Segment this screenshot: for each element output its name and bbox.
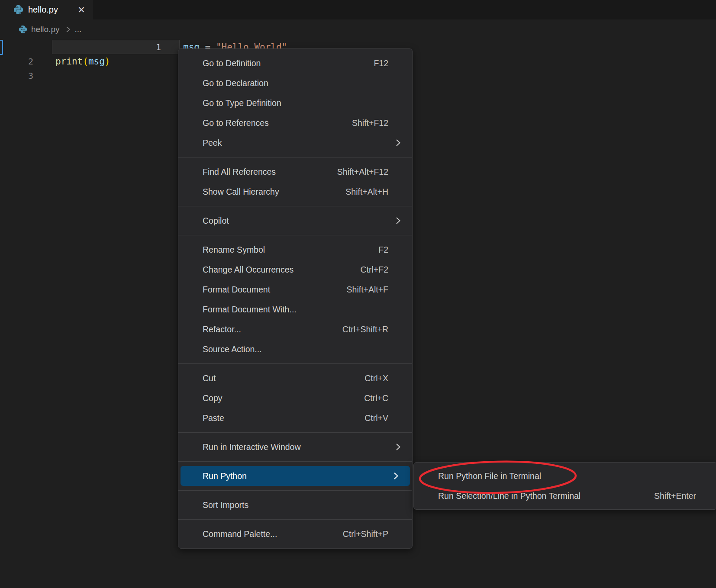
menu-item-run-selection-line-in-python-terminal[interactable]: Run Selection/Line in Python TerminalShi… (414, 486, 716, 506)
tab-bar: hello.py ✕ (0, 0, 716, 19)
menu-item-run-python-file-in-terminal[interactable]: Run Python File in Terminal (414, 466, 716, 486)
tab-title: hello.py (28, 5, 76, 15)
menu-item-label: Go to References (203, 118, 352, 128)
menu-item-label: Format Document With... (203, 305, 388, 315)
menu-item-keybinding: Shift+Enter (654, 491, 696, 501)
menu-separator (178, 519, 412, 520)
menu-item-refactor[interactable]: Refactor...Ctrl+Shift+R (178, 319, 412, 339)
menu-item-keybinding: Shift+Alt+F (347, 285, 388, 295)
submenu-arrow-icon (395, 216, 401, 225)
menu-item-label: Show Call Hierarchy (203, 187, 345, 197)
breadcrumb[interactable]: hello.py ... (0, 19, 716, 39)
menu-separator (178, 206, 412, 206)
menu-item-keybinding: Ctrl+X (364, 373, 388, 383)
menu-item-keybinding: Ctrl+Shift+R (342, 325, 388, 334)
menu-item-label: Run Python File in Terminal (438, 471, 696, 481)
menu-item-label: Run Python (203, 471, 388, 481)
menu-item-keybinding: Shift+Alt+H (345, 187, 388, 197)
menu-separator (178, 432, 412, 433)
menu-item-find-all-references[interactable]: Find All ReferencesShift+Alt+F12 (178, 162, 412, 182)
menu-item-label: Cut (203, 373, 364, 383)
menu-separator (178, 461, 412, 462)
token-function: print (55, 56, 83, 67)
menu-item-keybinding: Ctrl+V (364, 413, 388, 423)
menu-item-go-to-definition[interactable]: Go to DefinitionF12 (178, 53, 412, 73)
menu-item-label: Copy (203, 393, 364, 403)
breadcrumb-symbol[interactable]: ... (75, 25, 82, 34)
breadcrumb-file[interactable]: hello.py (31, 25, 60, 34)
menu-item-change-all-occurrences[interactable]: Change All OccurrencesCtrl+F2 (178, 260, 412, 280)
menu-item-format-document[interactable]: Format DocumentShift+Alt+F (178, 280, 412, 299)
run-python-submenu: Run Python File in TerminalRun Selection… (413, 462, 716, 510)
menu-item-label: Refactor... (203, 325, 342, 334)
menu-item-keybinding: Ctrl+F2 (361, 265, 388, 275)
menu-item-keybinding: F12 (374, 58, 388, 68)
menu-item-label: Copilot (203, 216, 388, 226)
menu-item-run-python[interactable]: Run Python (181, 466, 410, 486)
python-file-icon (19, 26, 27, 33)
menu-item-label: Go to Type Definition (203, 98, 388, 108)
menu-item-label: Format Document (203, 285, 347, 295)
menu-separator (178, 157, 412, 157)
menu-item-run-in-interactive-window[interactable]: Run in Interactive Window (178, 437, 412, 457)
menu-item-label: Run in Interactive Window (203, 442, 388, 452)
menu-item-label: Rename Symbol (203, 245, 378, 255)
line-number: 2 (0, 56, 33, 67)
menu-item-go-to-declaration[interactable]: Go to Declaration (178, 73, 412, 93)
menu-item-label: Change All Occurrences (203, 265, 361, 275)
context-menu: Go to DefinitionF12Go to DeclarationGo t… (178, 48, 413, 549)
menu-item-peek[interactable]: Peek (178, 133, 412, 153)
submenu-arrow-icon (395, 442, 401, 452)
menu-item-cut[interactable]: CutCtrl+X (178, 368, 412, 388)
menu-item-label: Sort Imports (203, 500, 388, 510)
vscode-window: { "colors": { "editor_bg": "#1f1f1f", "t… (0, 0, 716, 588)
menu-item-label: Source Action... (203, 344, 388, 354)
menu-item-keybinding: F2 (378, 245, 388, 255)
menu-item-copilot[interactable]: Copilot (178, 211, 412, 231)
python-file-icon (14, 5, 23, 14)
chevron-right-icon (65, 25, 71, 34)
line-number: 3 (0, 71, 33, 81)
close-tab-icon[interactable]: ✕ (76, 4, 87, 16)
menu-item-go-to-references[interactable]: Go to ReferencesShift+F12 (178, 113, 412, 133)
token-bracket: ( (83, 56, 88, 67)
menu-item-label: Run Selection/Line in Python Terminal (438, 491, 654, 501)
menu-item-copy[interactable]: CopyCtrl+C (178, 388, 412, 408)
menu-item-label: Command Palette... (203, 529, 343, 539)
menu-item-sort-imports[interactable]: Sort Imports (178, 495, 412, 515)
menu-separator (178, 363, 412, 364)
menu-separator (178, 490, 412, 491)
tab-hello-py[interactable]: hello.py ✕ (0, 0, 93, 19)
menu-item-rename-symbol[interactable]: Rename SymbolF2 (178, 240, 412, 260)
menu-item-keybinding: Ctrl+C (364, 393, 388, 403)
menu-item-label: Paste (203, 413, 364, 423)
submenu-arrow-icon (393, 471, 399, 481)
menu-separator (178, 235, 412, 235)
menu-item-show-call-hierarchy[interactable]: Show Call HierarchyShift+Alt+H (178, 182, 412, 202)
menu-item-source-action[interactable]: Source Action... (178, 339, 412, 359)
menu-item-label: Go to Definition (203, 58, 374, 68)
menu-item-label: Peek (203, 138, 388, 148)
menu-item-go-to-type-definition[interactable]: Go to Type Definition (178, 93, 412, 113)
editor-focus-fragment (0, 40, 3, 55)
menu-item-keybinding: Shift+Alt+F12 (337, 167, 388, 177)
menu-item-format-document-with[interactable]: Format Document With... (178, 299, 412, 319)
submenu-arrow-icon (395, 138, 401, 148)
token-variable: msg (88, 56, 105, 67)
token-bracket: ) (105, 56, 110, 67)
menu-item-label: Go to Declaration (203, 78, 388, 88)
line-number: 1 (128, 42, 161, 52)
menu-item-label: Find All References (203, 167, 337, 177)
menu-item-keybinding: Shift+F12 (352, 118, 388, 128)
menu-item-paste[interactable]: PasteCtrl+V (178, 408, 412, 428)
menu-item-keybinding: Ctrl+Shift+P (343, 529, 388, 539)
code-text: print(msg) (55, 56, 110, 67)
menu-item-command-palette[interactable]: Command Palette...Ctrl+Shift+P (178, 524, 412, 544)
